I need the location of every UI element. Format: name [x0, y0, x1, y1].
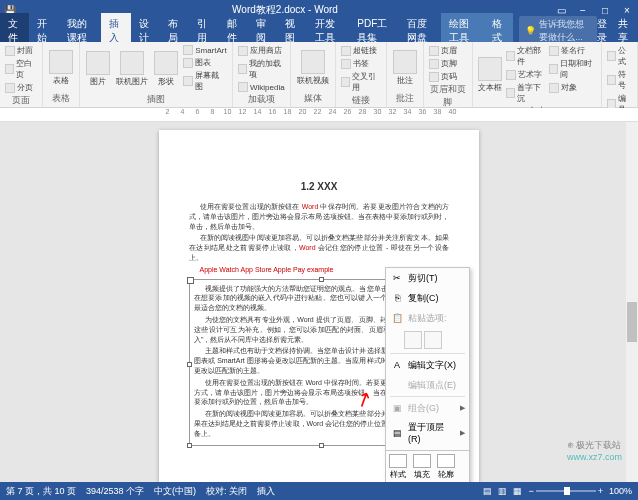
maximize-icon[interactable]: □	[598, 3, 612, 17]
online-pictures-button[interactable]: 联机图片	[114, 44, 150, 93]
group-illustrations: 插图	[84, 93, 228, 106]
zoom-slider[interactable]: − +	[528, 486, 603, 496]
hyperlink-button[interactable]: 超链接	[340, 44, 382, 57]
scrollbar-thumb[interactable]	[627, 302, 637, 342]
vertical-scrollbar[interactable]	[626, 122, 638, 482]
sigline-button[interactable]: 签名行	[548, 44, 597, 57]
paste-icon: 📋	[390, 311, 404, 325]
zoom-out-icon[interactable]: −	[528, 486, 533, 496]
header-button[interactable]: 页眉	[428, 44, 469, 57]
bring-front-icon: ▤	[390, 426, 404, 440]
resize-handle[interactable]	[187, 443, 192, 448]
object-button[interactable]: 对象	[548, 81, 597, 94]
menubar: 文件 开始 我的课程 插入 设计 布局 引用 邮件 审阅 视图 开发工具 PDF…	[0, 20, 638, 42]
cm-paste-label: 📋粘贴选项:	[386, 308, 469, 328]
cm-group: ▣组合(G)▶	[386, 398, 469, 418]
bookmark-button[interactable]: 书签	[340, 57, 382, 70]
lightbulb-icon: 💡	[525, 26, 536, 36]
group-headerfooter: 页眉和页脚	[428, 83, 469, 109]
cm-copy[interactable]: ⎘复制(C)	[386, 288, 469, 308]
group-addins: 加载项	[237, 93, 286, 106]
datetime-button[interactable]: 日期和时间	[548, 57, 597, 81]
quickparts-button[interactable]: 文档部件	[505, 44, 546, 68]
ribbon-options-icon[interactable]: ▭	[554, 3, 568, 17]
resize-handle[interactable]	[187, 362, 192, 367]
language-indicator[interactable]: 中文(中国)	[154, 485, 196, 498]
blank-page-button[interactable]: 空白页	[4, 57, 38, 81]
statusbar: 第 7 页，共 10 页 394/2538 个字 中文(中国) 校对: 关闭 插…	[0, 482, 638, 500]
word-count[interactable]: 394/2538 个字	[86, 485, 144, 498]
crossref-button[interactable]: 交叉引用	[340, 70, 382, 94]
group-icon: ▣	[390, 401, 404, 415]
group-media: 媒体	[295, 92, 331, 105]
dropcap-button[interactable]: 首字下沉	[505, 81, 546, 105]
mini-toolbar: 样式 填充 轮廓	[385, 450, 470, 482]
cut-icon: ✂	[390, 271, 404, 285]
wordart-button[interactable]: 艺术字	[505, 68, 546, 81]
document-area[interactable]: 1.2 XXX 使用在需要位置出现的新按钮在 Word 中保存时间。若要更改图片…	[0, 122, 638, 482]
page-indicator[interactable]: 第 7 页，共 10 页	[6, 485, 76, 498]
paste-option-1[interactable]	[404, 331, 422, 349]
footer-button[interactable]: 页脚	[428, 57, 469, 70]
resize-handle[interactable]	[319, 443, 324, 448]
ruler[interactable]: 246810121416182022242628303234363840	[0, 108, 638, 122]
table-button[interactable]: 表格	[47, 44, 75, 92]
page-break-button[interactable]: 分页	[4, 81, 38, 94]
paste-option-2[interactable]	[424, 331, 442, 349]
myaddins-button[interactable]: 我的加载项	[237, 57, 286, 81]
shapes-button[interactable]: 形状	[152, 44, 180, 93]
view-print-icon[interactable]: ▤	[483, 486, 492, 496]
heading: 1.2 XXX	[189, 180, 449, 194]
pagenum-button[interactable]: 页码	[428, 70, 469, 83]
chart-button[interactable]: 图表	[182, 56, 228, 69]
cm-edit-text[interactable]: A编辑文字(X)	[386, 355, 469, 375]
group-links: 链接	[340, 94, 382, 107]
style-button[interactable]: 样式	[389, 454, 407, 480]
zoom-in-icon[interactable]: +	[598, 486, 603, 496]
cm-cut[interactable]: ✂剪切(T)	[386, 268, 469, 288]
online-video-button[interactable]: 联机视频	[295, 44, 331, 92]
equation-button[interactable]: 公式	[606, 44, 633, 68]
edit-text-icon: A	[390, 358, 404, 372]
cm-paste-options	[386, 328, 469, 352]
proofing-indicator[interactable]: 校对: 关闭	[206, 485, 247, 498]
insert-mode[interactable]: 插入	[257, 485, 275, 498]
pictures-button[interactable]: 图片	[84, 44, 112, 93]
share-button[interactable]: 共享	[618, 17, 630, 45]
zoom-level[interactable]: 100%	[609, 486, 632, 496]
close-icon[interactable]: ×	[620, 3, 634, 17]
symbol-button[interactable]: 符号	[606, 68, 633, 92]
body-paragraph: 使用在需要位置出现的新按钮在 Word 中保存时间。若要更改图片符合文档的方式，…	[189, 202, 449, 231]
wikipedia-button[interactable]: Wikipedia	[237, 81, 286, 93]
comment-button[interactable]: 批注	[391, 44, 419, 92]
view-read-icon[interactable]: ▥	[498, 486, 507, 496]
textbox-button[interactable]: 文本框	[477, 44, 503, 105]
group-pages: 页面	[4, 94, 38, 107]
smartart-button[interactable]: SmartArt	[182, 44, 228, 56]
body-paragraph: 在新的阅读视图中阅读更加容易。可以折叠文档某些部分并关注所需文本。如果在达到结尾…	[189, 233, 449, 262]
view-web-icon[interactable]: ▦	[513, 486, 522, 496]
ribbon: 封面 空白页 分页 页面 表格 表格 图片 联机图片 形状 SmartArt 图…	[0, 42, 638, 108]
cover-page-button[interactable]: 封面	[4, 44, 38, 57]
cm-bring-front[interactable]: ▤置于顶层(R)▶	[386, 418, 469, 447]
store-button[interactable]: 应用商店	[237, 44, 286, 57]
fill-button[interactable]: 填充	[413, 454, 431, 480]
group-tables: 表格	[47, 92, 75, 105]
minimize-icon[interactable]: −	[576, 3, 590, 17]
outline-button[interactable]: 轮廓	[437, 454, 455, 480]
copy-icon: ⎘	[390, 291, 404, 305]
resize-handle[interactable]	[319, 277, 324, 282]
screenshot-button[interactable]: 屏幕截图	[182, 69, 228, 93]
group-comments: 批注	[391, 92, 419, 105]
zoom-thumb[interactable]	[564, 487, 570, 495]
cm-edit-points: 编辑顶点(E)	[386, 375, 469, 395]
login-link[interactable]: 登录	[597, 17, 609, 45]
watermark: ⊕ 极光下载站 www.xz7.com	[567, 439, 622, 462]
